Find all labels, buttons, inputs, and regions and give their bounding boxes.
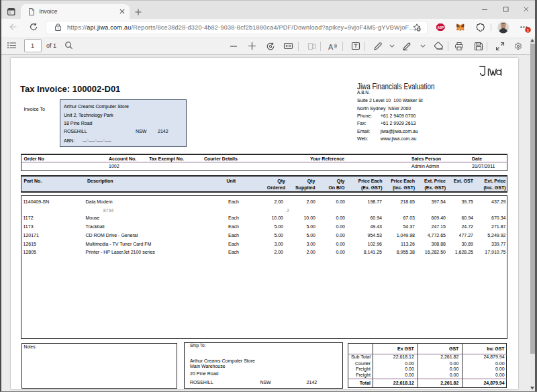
svg-text:A: A: [328, 42, 334, 50]
svg-text:ABP: ABP: [437, 26, 444, 30]
